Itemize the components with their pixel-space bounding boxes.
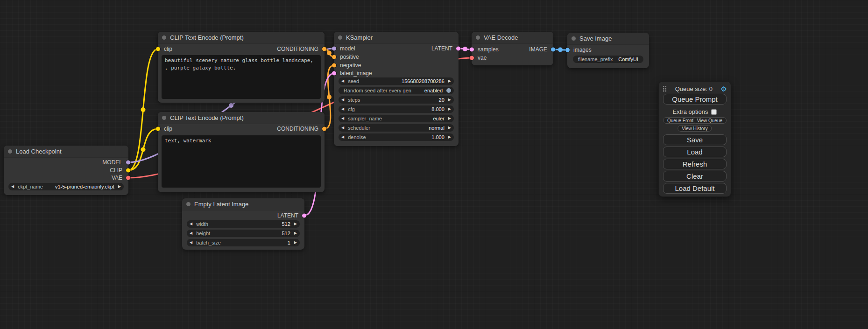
node-empty-latent-image[interactable]: Empty Latent Image LATENT ◀ width 512 ▶ … xyxy=(182,198,304,250)
refresh-button[interactable]: Refresh xyxy=(663,159,727,169)
increment-arrow-icon[interactable]: ▶ xyxy=(448,126,451,130)
collapse-dot-icon[interactable] xyxy=(8,149,12,154)
denoise-widget[interactable]: ◀ denoise 1.000 ▶ xyxy=(339,133,454,141)
seed-widget[interactable]: ◀ seed 156680208700286 ▶ xyxy=(339,77,454,85)
link-midpoint-dot xyxy=(327,51,332,56)
node-title-bar[interactable]: CLIP Text Encode (Prompt) xyxy=(158,112,325,124)
node-clip-text-encode-positive[interactable]: CLIP Text Encode (Prompt) clip CONDITION… xyxy=(158,32,325,103)
decrement-arrow-icon[interactable]: ◀ xyxy=(11,185,14,189)
increment-arrow-icon[interactable]: ▶ xyxy=(294,222,297,226)
model-output-port[interactable] xyxy=(126,161,130,165)
widget-label: height xyxy=(194,231,210,236)
decrement-arrow-icon[interactable]: ◀ xyxy=(341,135,344,139)
scheduler-widget[interactable]: ◀ scheduler normal ▶ xyxy=(339,124,454,132)
collapse-dot-icon[interactable] xyxy=(162,35,166,40)
collapse-dot-icon[interactable] xyxy=(572,36,576,41)
widget-value: enabled xyxy=(424,88,445,93)
decrement-arrow-icon[interactable]: ◀ xyxy=(190,231,192,235)
comfy-menu-panel: Queue size: 0 ⚙ Queue Prompt Extra optio… xyxy=(658,81,731,197)
node-title-bar[interactable]: Load Checkpoint xyxy=(4,146,128,158)
load-button[interactable]: Load xyxy=(663,147,727,157)
steps-widget[interactable]: ◀ steps 20 ▶ xyxy=(339,96,454,104)
increment-arrow-icon[interactable]: ▶ xyxy=(448,98,451,102)
collapse-dot-icon[interactable] xyxy=(186,202,191,206)
toggle-knob-icon[interactable] xyxy=(446,88,451,93)
extra-options-label: Extra options xyxy=(673,108,708,115)
latent-output-port[interactable] xyxy=(302,214,306,218)
queue-prompt-button[interactable]: Queue Prompt xyxy=(663,94,727,105)
conditioning-output-port[interactable] xyxy=(322,47,326,51)
negative-input-port[interactable] xyxy=(332,63,336,68)
view-history-button[interactable]: View History xyxy=(677,125,712,132)
width-widget[interactable]: ◀ width 512 ▶ xyxy=(187,220,300,228)
node-clip-text-encode-negative[interactable]: CLIP Text Encode (Prompt) clip CONDITION… xyxy=(158,112,325,192)
collapse-dot-icon[interactable] xyxy=(476,35,480,40)
increment-arrow-icon[interactable]: ▶ xyxy=(448,79,451,83)
widget-value: 8.000 xyxy=(431,106,447,112)
cfg-widget[interactable]: ◀ cfg 8.000 ▶ xyxy=(339,105,454,113)
vae-output-port[interactable] xyxy=(126,176,130,180)
node-ksampler[interactable]: KSampler model LATENT positive negative … xyxy=(334,32,459,146)
collapse-dot-icon[interactable] xyxy=(162,116,166,120)
increment-arrow-icon[interactable]: ▶ xyxy=(448,107,451,111)
vae-input-port[interactable] xyxy=(470,56,474,60)
load-default-button[interactable]: Load Default xyxy=(663,183,727,194)
view-queue-button[interactable]: View Queue xyxy=(693,117,727,124)
collapse-dot-icon[interactable] xyxy=(338,35,342,40)
positive-input-port[interactable] xyxy=(332,55,336,59)
ckpt-name-widget[interactable]: ◀ ckpt_name v1-5-pruned-emaonly.ckpt ▶ xyxy=(8,183,124,190)
sampler-name-widget[interactable]: ◀ sampler_name euler ▶ xyxy=(339,115,454,122)
node-title: Save Image xyxy=(579,35,612,42)
widget-label: steps xyxy=(346,97,360,103)
widget-value: v1-5-pruned-emaonly.ckpt xyxy=(55,184,117,189)
filename-prefix-widget[interactable]: filename_prefix ComfyUI xyxy=(573,56,643,63)
latent-output-port[interactable] xyxy=(456,47,460,51)
node-title: CLIP Text Encode (Prompt) xyxy=(170,114,244,121)
height-widget[interactable]: ◀ height 512 ▶ xyxy=(187,230,300,237)
decrement-arrow-icon[interactable]: ◀ xyxy=(341,107,344,111)
input-slot-images: images xyxy=(567,46,649,54)
input-slot-vae: vae xyxy=(472,54,553,62)
settings-gear-icon[interactable]: ⚙ xyxy=(721,85,727,92)
link-midpoint-dot xyxy=(327,95,332,99)
widget-label: denoise xyxy=(346,134,366,140)
decrement-arrow-icon[interactable]: ◀ xyxy=(341,126,344,130)
node-vae-decode[interactable]: VAE Decode samples IMAGE vae xyxy=(472,32,553,65)
clear-button[interactable]: Clear xyxy=(663,171,727,182)
increment-arrow-icon[interactable]: ▶ xyxy=(294,241,297,245)
increment-arrow-icon[interactable]: ▶ xyxy=(448,117,451,120)
latent-image-input-port[interactable] xyxy=(332,71,336,76)
widget-value: 156680208700286 xyxy=(402,78,447,84)
increment-arrow-icon[interactable]: ▶ xyxy=(448,135,451,139)
node-title-bar[interactable]: Empty Latent Image xyxy=(182,198,304,210)
decrement-arrow-icon[interactable]: ◀ xyxy=(341,98,344,102)
conditioning-output-port[interactable] xyxy=(322,127,326,131)
output-slot-clip: CLIP xyxy=(4,167,128,174)
image-output-port[interactable] xyxy=(551,48,555,52)
clip-output-port[interactable] xyxy=(126,168,130,173)
node-title-bar[interactable]: KSampler xyxy=(334,32,459,44)
decrement-arrow-icon[interactable]: ◀ xyxy=(190,241,192,245)
node-title-bar[interactable]: VAE Decode xyxy=(472,32,553,44)
node-title-bar[interactable]: Save Image xyxy=(567,33,649,45)
prompt-textarea[interactable]: beautiful scenery nature glass bottle la… xyxy=(162,55,321,99)
widget-value: ComfyUI xyxy=(618,56,641,62)
batch-size-widget[interactable]: ◀ batch_size 1 ▶ xyxy=(187,239,300,246)
drag-handle-icon[interactable] xyxy=(663,85,667,92)
node-title-bar[interactable]: CLIP Text Encode (Prompt) xyxy=(158,32,325,44)
extra-options-row: Extra options xyxy=(659,108,731,115)
decrement-arrow-icon[interactable]: ◀ xyxy=(341,79,344,83)
save-button[interactable]: Save xyxy=(663,134,727,145)
prompt-textarea[interactable]: text, watermark xyxy=(162,135,321,188)
node-load-checkpoint[interactable]: Load Checkpoint MODEL CLIP VAE ◀ ckpt_na… xyxy=(4,146,128,195)
increment-arrow-icon[interactable]: ▶ xyxy=(118,185,121,189)
node-save-image[interactable]: Save Image images filename_prefix ComfyU… xyxy=(567,33,649,68)
widget-value: 1.000 xyxy=(431,134,447,140)
decrement-arrow-icon[interactable]: ◀ xyxy=(341,117,344,120)
increment-arrow-icon[interactable]: ▶ xyxy=(294,231,297,235)
images-input-port[interactable] xyxy=(565,48,570,52)
output-slot-image: IMAGE xyxy=(472,46,553,53)
decrement-arrow-icon[interactable]: ◀ xyxy=(190,222,192,226)
random-seed-toggle-widget[interactable]: Random seed after every gen enabled xyxy=(339,87,454,94)
extra-options-checkbox[interactable] xyxy=(711,109,717,115)
